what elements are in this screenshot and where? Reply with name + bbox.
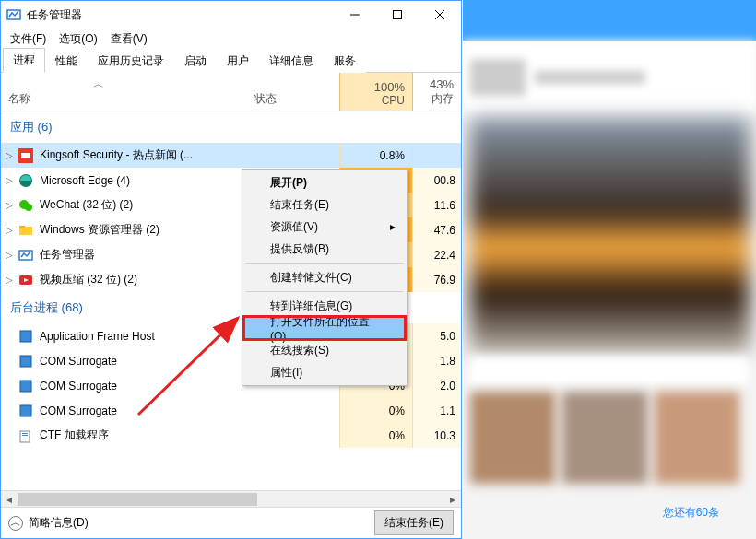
col-mem[interactable]: 43%内存 [413, 73, 461, 111]
ctx-resource-values[interactable]: 资源值(V)▸ [244, 216, 405, 238]
close-button[interactable] [419, 1, 461, 29]
bg-main-image [470, 118, 750, 353]
app-icon [18, 147, 34, 164]
table-row[interactable]: CTF 加载程序 0%10.3 [1, 423, 461, 448]
footer: ︿ 简略信息(D) 结束任务(E) [1, 507, 461, 538]
svg-point-9 [25, 204, 32, 211]
ctx-expand[interactable]: 展开(P) [244, 171, 405, 193]
ctx-search-online[interactable]: 在线搜索(S) [244, 339, 405, 361]
separator [246, 291, 403, 292]
bg-titlebar [463, 0, 756, 41]
expand-icon[interactable]: ▷ [1, 150, 18, 160]
section-apps: 应用 (6) [1, 111, 461, 143]
col-cpu[interactable]: 100%CPU [339, 73, 413, 111]
scroll-thumb[interactable] [18, 493, 257, 506]
app-icon [6, 7, 21, 22]
process-icon [18, 353, 34, 369]
explorer-icon [18, 222, 34, 239]
tab-app-history[interactable]: 应用历史记录 [88, 49, 174, 73]
svg-rect-21 [22, 435, 28, 436]
tab-processes[interactable]: 进程 [3, 48, 45, 73]
scroll-track[interactable] [18, 491, 444, 508]
edge-icon [18, 172, 34, 189]
menubar: 文件(F) 选项(O) 查看(V) [1, 29, 461, 49]
svg-rect-11 [19, 226, 25, 228]
process-icon [18, 428, 34, 444]
ctx-end-task[interactable]: 结束任务(E) [244, 193, 405, 216]
ctx-open-file-location[interactable]: 打开文件所在的位置(O) [244, 317, 405, 339]
table-row[interactable]: ▷ Kingsoft Security - 热点新闻 (... 0.8% [1, 143, 461, 168]
tab-performance[interactable]: 性能 [45, 49, 88, 73]
end-task-button[interactable]: 结束任务(E) [374, 510, 454, 535]
tab-services[interactable]: 服务 [324, 49, 366, 73]
process-icon [18, 328, 34, 345]
svg-rect-2 [394, 11, 402, 19]
bg-caption [470, 357, 749, 384]
scroll-right-icon[interactable]: ▸ [444, 491, 461, 508]
ctx-properties[interactable]: 属性(I) [244, 361, 405, 383]
column-headers: ︿ 名称 状态 100%CPU 43%内存 [1, 73, 461, 111]
chevron-up-icon: ︿ [8, 516, 23, 531]
expand-icon[interactable]: ▷ [1, 250, 18, 260]
sort-chevron-icon[interactable]: ︿ [93, 76, 104, 92]
taskmgr-icon [18, 247, 34, 264]
minimize-button[interactable] [334, 1, 376, 29]
menu-file[interactable]: 文件(F) [5, 29, 52, 49]
ctx-feedback[interactable]: 提供反馈(B) [244, 238, 405, 260]
svg-rect-6 [21, 153, 30, 158]
background-window: 您还有60条 [463, 0, 756, 539]
svg-rect-18 [20, 405, 31, 416]
menu-view[interactable]: 查看(V) [105, 29, 153, 49]
ctx-create-dump[interactable]: 创建转储文件(C) [244, 266, 405, 288]
submenu-arrow-icon: ▸ [390, 220, 396, 233]
svg-rect-16 [20, 356, 31, 367]
fewer-details-button[interactable]: ︿ 简略信息(D) [8, 515, 374, 531]
bg-thumbnails [463, 384, 756, 491]
process-icon [18, 378, 34, 394]
scroll-left-icon[interactable]: ◂ [1, 491, 18, 508]
col-name[interactable]: 名称 [1, 73, 247, 111]
svg-rect-19 [20, 431, 30, 442]
video-icon [18, 272, 34, 288]
menu-options[interactable]: 选项(O) [53, 29, 102, 49]
svg-rect-15 [20, 331, 31, 342]
table-row[interactable]: COM Surrogate 0%1.1 [1, 398, 461, 423]
context-menu: 展开(P) 结束任务(E) 资源值(V)▸ 提供反馈(B) 创建转储文件(C) … [242, 169, 408, 386]
tab-startup[interactable]: 启动 [174, 49, 217, 73]
tab-details[interactable]: 详细信息 [259, 49, 324, 73]
maximize-button[interactable] [376, 1, 419, 29]
col-status[interactable]: 状态 [247, 73, 339, 111]
titlebar[interactable]: 任务管理器 [1, 1, 461, 29]
bg-toolbar [463, 41, 756, 114]
window-title: 任务管理器 [27, 7, 334, 23]
tabbar: 进程 性能 应用历史记录 启动 用户 详细信息 服务 [1, 49, 461, 73]
bg-more-link[interactable]: 您还有60条 [663, 505, 719, 521]
tab-users[interactable]: 用户 [217, 49, 259, 73]
horizontal-scrollbar[interactable]: ◂ ▸ [1, 490, 461, 507]
separator [246, 263, 403, 264]
process-icon [18, 403, 34, 419]
svg-rect-17 [20, 381, 31, 392]
wechat-icon [18, 197, 34, 214]
expand-icon[interactable]: ▷ [1, 175, 18, 185]
expand-icon[interactable]: ▷ [1, 200, 18, 210]
expand-icon[interactable]: ▷ [1, 275, 18, 285]
svg-rect-20 [22, 433, 28, 434]
expand-icon[interactable]: ▷ [1, 225, 18, 235]
